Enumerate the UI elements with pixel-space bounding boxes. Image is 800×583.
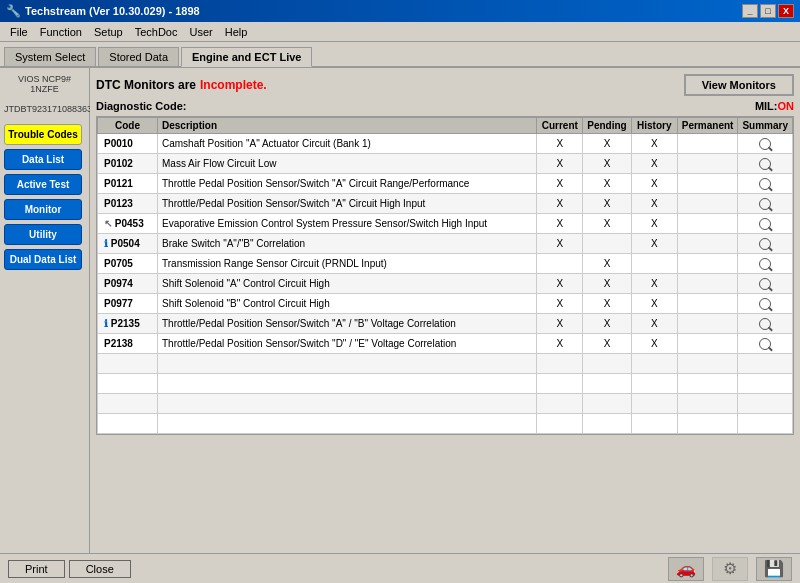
dtc-code: P0010	[98, 134, 158, 154]
dtc-summary[interactable]	[738, 234, 793, 254]
table-row[interactable]: P0974 Shift Solenoid "A" Control Circuit…	[98, 274, 793, 294]
dtc-summary[interactable]	[738, 194, 793, 214]
dtc-permanent	[677, 134, 738, 154]
print-button[interactable]: Print	[8, 560, 65, 578]
dtc-summary[interactable]	[738, 314, 793, 334]
dtc-current	[537, 254, 583, 274]
view-monitors-button[interactable]: View Monitors	[684, 74, 794, 96]
cursor-icon: ↖	[104, 218, 112, 229]
tab-system-select[interactable]: System Select	[4, 47, 96, 66]
table-row[interactable]: P0123 Throttle/Pedal Position Sensor/Swi…	[98, 194, 793, 214]
dtc-history: X	[631, 334, 677, 354]
menu-techdoc[interactable]: TechDoc	[129, 25, 184, 39]
empty-pending	[583, 414, 631, 434]
dtc-current: X	[537, 194, 583, 214]
dtc-table-container[interactable]: Code Description Current Pending History…	[96, 116, 794, 435]
dtc-history: X	[631, 194, 677, 214]
empty-desc	[158, 374, 537, 394]
dtc-code: ℹ P0504	[98, 234, 158, 254]
dtc-current: X	[537, 334, 583, 354]
menu-file[interactable]: File	[4, 25, 34, 39]
dtc-pending: X	[583, 294, 631, 314]
dtc-description: Brake Switch "A"/"B" Correlation	[158, 234, 537, 254]
data-list-button[interactable]: Data List	[4, 149, 82, 170]
magnifier-icon	[759, 218, 771, 230]
empty-code	[98, 354, 158, 374]
table-row[interactable]: P0705 Transmission Range Sensor Circuit …	[98, 254, 793, 274]
dtc-pending: X	[583, 134, 631, 154]
dtc-summary[interactable]	[738, 134, 793, 154]
mil-label: MIL:ON	[755, 100, 794, 112]
utility-button[interactable]: Utility	[4, 224, 82, 245]
dtc-pending: X	[583, 314, 631, 334]
table-row[interactable]: P0102 Mass Air Flow Circuit Low X X X	[98, 154, 793, 174]
app-title: Techstream (Ver 10.30.029) - 1898	[25, 5, 200, 17]
table-row[interactable]	[98, 394, 793, 414]
dtc-summary[interactable]	[738, 214, 793, 234]
maximize-button[interactable]: □	[760, 4, 776, 18]
empty-permanent	[677, 414, 738, 434]
dtc-monitors-label: DTC Monitors are	[96, 78, 196, 92]
dtc-history	[631, 254, 677, 274]
sidebar: VIOS NCP9#1NZFE JTDBT923171088363 Troubl…	[0, 68, 90, 553]
magnifier-icon	[759, 338, 771, 350]
table-row[interactable]	[98, 414, 793, 434]
menu-function[interactable]: Function	[34, 25, 88, 39]
table-row[interactable]: P0121 Throttle Pedal Position Sensor/Swi…	[98, 174, 793, 194]
dtc-pending: X	[583, 254, 631, 274]
mil-status-value: ON	[778, 100, 795, 112]
dtc-summary[interactable]	[738, 274, 793, 294]
dtc-current: X	[537, 174, 583, 194]
dtc-summary[interactable]	[738, 294, 793, 314]
dtc-summary[interactable]	[738, 334, 793, 354]
close-button-bottom[interactable]: Close	[69, 560, 131, 578]
trouble-codes-button[interactable]: Trouble Codes	[4, 124, 82, 145]
dtc-permanent	[677, 254, 738, 274]
vehicle-serial: JTDBT923171088363	[4, 104, 85, 114]
close-button[interactable]: X	[778, 4, 794, 18]
table-row[interactable]: P2138 Throttle/Pedal Position Sensor/Swi…	[98, 334, 793, 354]
table-row[interactable]: ↖ P0453 Evaporative Emission Control Sys…	[98, 214, 793, 234]
dtc-history: X	[631, 294, 677, 314]
tab-stored-data[interactable]: Stored Data	[98, 47, 179, 66]
dtc-description: Mass Air Flow Circuit Low	[158, 154, 537, 174]
empty-history	[631, 414, 677, 434]
col-header-code: Code	[98, 118, 158, 134]
dtc-summary[interactable]	[738, 154, 793, 174]
dtc-pending: X	[583, 194, 631, 214]
dtc-current: X	[537, 214, 583, 234]
tab-engine-ect-live[interactable]: Engine and ECT Live	[181, 47, 312, 67]
dtc-code: ℹ P2135	[98, 314, 158, 334]
empty-pending	[583, 374, 631, 394]
table-row[interactable]: ℹ P0504 Brake Switch "A"/"B" Correlation…	[98, 234, 793, 254]
table-row[interactable]: P0010 Camshaft Position "A" Actuator Cir…	[98, 134, 793, 154]
empty-current	[537, 394, 583, 414]
menu-user[interactable]: User	[183, 25, 218, 39]
table-row[interactable]: ℹ P2135 Throttle/Pedal Position Sensor/S…	[98, 314, 793, 334]
table-row[interactable]: P0977 Shift Solenoid "B" Control Circuit…	[98, 294, 793, 314]
dtc-code: ↖ P0453	[98, 214, 158, 234]
vehicle-id: VIOS NCP9#1NZFE	[4, 72, 85, 96]
dtc-description: Shift Solenoid "A" Control Circuit High	[158, 274, 537, 294]
table-row[interactable]	[98, 354, 793, 374]
dtc-code: P0705	[98, 254, 158, 274]
dtc-code: P0974	[98, 274, 158, 294]
dtc-pending: X	[583, 274, 631, 294]
save-icon: 💾	[756, 557, 792, 581]
menu-setup[interactable]: Setup	[88, 25, 129, 39]
dtc-summary[interactable]	[738, 174, 793, 194]
content-area: DTC Monitors are Incomplete. View Monito…	[90, 68, 800, 553]
minimize-button[interactable]: _	[742, 4, 758, 18]
col-header-history: History	[631, 118, 677, 134]
table-row[interactable]	[98, 374, 793, 394]
monitor-button[interactable]: Monitor	[4, 199, 82, 220]
dtc-pending: X	[583, 214, 631, 234]
settings-icon: ⚙	[712, 557, 748, 581]
menu-help[interactable]: Help	[219, 25, 254, 39]
dtc-summary[interactable]	[738, 254, 793, 274]
dtc-permanent	[677, 214, 738, 234]
dual-data-list-button[interactable]: Dual Data List	[4, 249, 82, 270]
magnifier-icon	[759, 278, 771, 290]
active-test-button[interactable]: Active Test	[4, 174, 82, 195]
info-icon: ℹ	[104, 318, 108, 329]
